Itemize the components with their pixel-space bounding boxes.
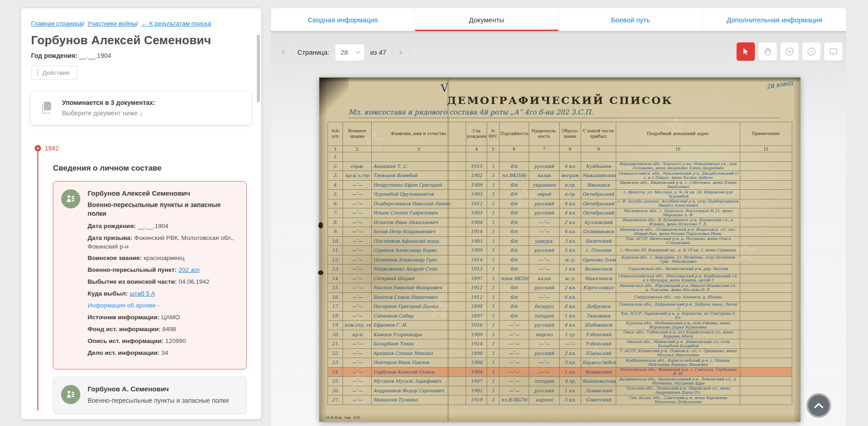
cell-address: Гомельская обл., Добрушанский р-н, Добру… [616,302,740,312]
cell-vus: 1 [487,330,499,339]
record-field: Куда выбыл:штаб 5 А [88,290,238,298]
soldier-list-icon [61,385,80,404]
cell-name: Архипов Степан Михаил [372,348,466,358]
scan-blemish [318,222,323,229]
scanned-document[interactable]: ☆ ☆ ☆ ☆ ☆ ☆ ☆ 2й взвод V ДЕМОГРАФИЧЕСКИЙ… [319,78,800,422]
cell-rank: —″— [343,377,372,386]
cell-education: 1 кл. [559,386,581,395]
tab[interactable]: Боевой путь [558,8,702,31]
documents-icon [39,100,55,117]
cell-party: —″— [499,348,529,358]
cell-unit: Узбекский [581,330,616,339]
column-number-cell: 7 [529,146,559,152]
chevron-down-icon [355,51,360,54]
breadcrumb-link[interactable]: Участники войны [88,20,136,27]
cell-address: Московская обл., г. Подольск, Вокзальная… [616,208,740,218]
cell-note [740,236,792,246]
cell-address: Омская обл., Ишимский р-н, Денисовский с… [616,339,740,349]
record-field: Опись ист. информации:120990 [88,337,238,346]
cell-note [740,367,792,377]
document-card-secondary[interactable]: Горбунов А. Семенович Военно-пересыльные… [53,377,247,414]
breadcrumb: Главная страница/ Участники войны/ ← К р… [31,20,251,27]
cell-party: чл.ВЛКСМ [499,395,529,405]
field-value[interactable]: 202 зсп [178,266,199,273]
cell-vus: 1 [487,199,499,208]
cell-address: Киевская обл., Ивановский р-н, с. Соболе… [616,180,740,190]
zoom-out-icon[interactable] [802,42,821,61]
cell-rank: —″— [343,339,372,349]
cell-vus: 1 [487,348,499,358]
table-row: 18. —″— Сипинков Сабир 1897 1 б/п татари… [328,311,792,321]
cell-address: Семипалатинск. обл., Макашинский р-н, Дж… [616,171,740,181]
table-row: 4. —″— Непрутенко Ефим Григорий 1909 1 б… [328,180,792,190]
tab[interactable]: Документы [415,8,559,31]
table-row: 12. —″— Пелепнев Александр Григ. 1914 1 … [328,255,792,265]
next-page-button[interactable] [392,44,409,61]
zoom-in-icon[interactable] [780,42,799,61]
cell-num: 7. [328,208,343,218]
page-select-value: 28 [341,49,348,56]
column-number-cell: 11 [740,146,792,152]
cell-note [740,348,792,358]
breadcrumb-link[interactable]: Главная страница [31,20,83,27]
cell-party: б/п [499,161,529,171]
scroll-to-top-button[interactable] [806,393,831,418]
cell-nationality: русский [529,348,559,358]
cell-nationality: татарин [529,377,559,386]
cell-year: 1903 [466,208,487,218]
cell-unit: Орехово-Зуевск. [581,255,616,265]
cell-year: 1897 [466,274,487,283]
cell-address: Тульская обл., Ленинский р-н, Мировской … [616,386,740,395]
cell-note [740,152,792,162]
cell-party: б/п [499,292,529,302]
cell-vus: 1 [487,227,499,237]
tab[interactable]: Дополнительная информация [702,8,847,31]
prev-page-button[interactable] [275,44,292,61]
column-number-cell: 4 [466,146,487,152]
document-card-selected[interactable]: Горбунов Алексей Семенович Военно-пересы… [53,181,247,369]
tab[interactable]: Сводная информация [271,8,415,31]
page-select[interactable]: 28 [335,44,365,61]
cell-rank: —″— [343,246,372,255]
field-label: Источник информации: [88,314,159,321]
cell-year: 1902 [466,386,487,395]
cell-unit: Добрушск [581,302,616,312]
cell-party: б/п [499,208,529,218]
column-number-cell: 2 [343,146,372,152]
cell-education: 1 кл. [559,311,581,321]
table-header-cell: Образо- вание [559,122,581,146]
actions-button[interactable]: Действия [31,66,77,80]
cell-name: Ефремов Г. И. [372,321,466,330]
cursor-pointer-icon[interactable] [737,42,755,61]
breadcrumb-separator: / [136,20,138,27]
hand-pan-icon[interactable] [759,42,777,61]
cell-num: 19. [328,321,343,330]
table-row: 6. —″— Подберезников Николай Никит. 1912… [328,199,792,208]
panel-scrollbar-thumb[interactable] [257,35,260,102]
cell-nationality: кореец [529,395,559,405]
column-number-cell: 6 [499,146,529,152]
cell-name: Базарбаев Улмш [372,339,466,349]
cell-party: чл.ВКП(б) [499,171,529,181]
fit-screen-icon[interactable] [824,42,842,61]
cell-nationality: русский [529,199,559,208]
cell-rank: —″— [343,358,372,368]
table-header-cell: Подробный домашний адрес [616,122,740,146]
tab-label: Боевой путь [611,16,650,24]
breadcrumb-link[interactable]: ← К результатам поиска [141,20,211,27]
page-label: Страница: [297,49,329,56]
cell-vus: 1 [487,321,499,330]
record-field: Источник информации:ЦАМО [88,313,238,322]
cell-note [740,321,792,330]
cell-note [740,180,792,190]
cell-num: 4. [328,180,343,190]
cell-education: 1 кл. [559,265,581,274]
field-value[interactable]: штаб 5 А [130,290,155,297]
cell-note [740,246,792,255]
cell-unit [581,152,616,162]
cell-year: 1904 [466,218,487,227]
cell-name: Непрутенко Ефим Григорий [372,180,466,190]
cell-rank: —″— [343,208,372,218]
birth-year-value: __.__.1904 [79,52,111,59]
table-header-cell: Партийность [499,122,529,146]
